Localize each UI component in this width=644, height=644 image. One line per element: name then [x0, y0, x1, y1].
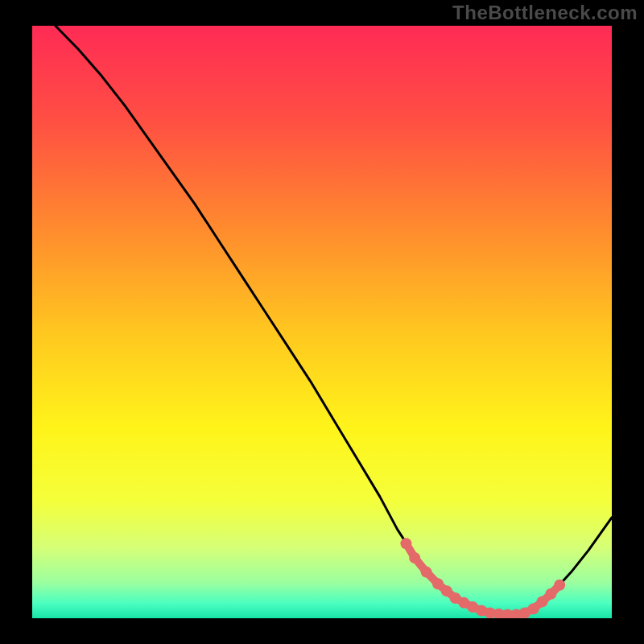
highlight-point: [554, 580, 565, 591]
chart-frame: TheBottleneck.com: [0, 0, 644, 644]
highlight-point: [432, 578, 444, 589]
highlight-point: [409, 552, 420, 564]
watermark-text: TheBottleneck.com: [452, 2, 638, 24]
highlight-point: [441, 585, 452, 597]
chart-plot-area: [32, 26, 612, 618]
chart-background: [32, 26, 612, 618]
highlight-point: [545, 588, 556, 600]
highlight-point: [421, 567, 432, 578]
highlight-point: [400, 538, 411, 549]
chart-svg: [32, 26, 612, 618]
highlight-point: [528, 603, 539, 614]
highlight-point: [537, 596, 548, 607]
